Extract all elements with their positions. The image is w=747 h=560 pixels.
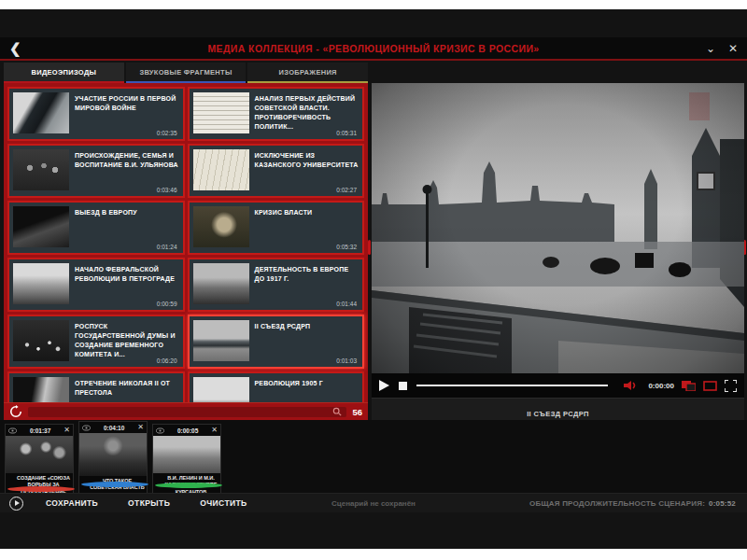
- progress-bar[interactable]: [416, 385, 608, 386]
- episode-thumbnail: [193, 149, 249, 190]
- episode-thumbnail: [193, 206, 249, 247]
- scenario-toolbar: СОХРАНИТЬ ОТКРЫТЬ ОЧИСТИТЬ Сценарий не с…: [0, 493, 747, 512]
- episode-duration: 0:01:24: [157, 244, 177, 250]
- widescreen-icon[interactable]: [703, 381, 717, 391]
- video-caption: II СЪЕЗД РСДРП: [527, 410, 589, 418]
- player-time: 0:00:00: [648, 382, 674, 390]
- player-controls: 0:00:00: [372, 373, 744, 398]
- play-icon: [15, 500, 20, 506]
- clip-thumbnail: [153, 436, 220, 473]
- fullscreen-icon[interactable]: [725, 380, 737, 392]
- episode-duration: 0:01:44: [336, 301, 357, 307]
- episode-duration: 0:01:03: [336, 357, 357, 364]
- tab-video-episodes[interactable]: ВИДЕОЭПИЗОДЫ: [4, 63, 124, 83]
- tab-audio-fragments[interactable]: ЗВУКОВЫЕ ФРАГМЕНТЫ: [126, 63, 247, 83]
- scenario-clip[interactable]: 0:00:05 ✕ В.И. ЛЕНИН И М.И. КАЛИНИН В ГР…: [152, 424, 221, 498]
- play-icon[interactable]: [379, 380, 389, 391]
- episode-thumbnail: [13, 149, 69, 190]
- chevron-down-icon[interactable]: ⌄: [706, 43, 715, 54]
- episode-duration: 0:02:27: [336, 187, 357, 193]
- total-duration-value: 0:05:52: [709, 499, 736, 508]
- stop-icon[interactable]: [399, 382, 407, 390]
- video-vignette: [372, 83, 744, 373]
- clip-duration: 0:04:10: [93, 425, 134, 431]
- episode-title: КРИЗИС ВЛАСТИ: [255, 206, 313, 249]
- clear-button[interactable]: ОЧИСТИТЬ: [200, 498, 247, 508]
- episode-thumbnail: [193, 92, 249, 133]
- tab-images[interactable]: ИЗОБРАЖЕНИЯ: [247, 63, 368, 83]
- preview-eye-icon[interactable]: [82, 425, 91, 431]
- play-scenario-button[interactable]: [9, 497, 23, 511]
- list-scrollbar[interactable]: [368, 240, 371, 255]
- episode-card[interactable]: АНАЛИЗ ПЕРВЫХ ДЕЙСТВИЙ СОВЕТСКОЙ ВЛАСТИ.…: [188, 87, 365, 141]
- clip-marker: [7, 486, 75, 492]
- episode-card[interactable]: ДЕЯТЕЛЬНОСТЬ В ЕВРОПЕ ДО 1917 Г. 0:01:44: [188, 258, 365, 312]
- episode-duration: 0:05:31: [336, 130, 357, 136]
- clip-duration: 0:01:37: [20, 427, 61, 434]
- episode-duration: 0:05:32: [336, 244, 357, 250]
- clip-thumbnail: [79, 433, 147, 476]
- total-duration: ОБЩАЯ ПРОДОЛЖИТЕЛЬНОСТЬ СЦЕНАРИЯ:0:05:52: [529, 499, 736, 508]
- episode-card[interactable]: НАЧАЛО ФЕВРАЛЬСКОЙ РЕВОЛЮЦИИ В ПЕТРОГРАД…: [7, 258, 185, 312]
- video-player: 0:00:00 II СЪЕЗД РСДРП: [372, 83, 744, 429]
- episode-duration: 0:02:35: [157, 130, 177, 136]
- episode-title: II СЪЕЗД РСДРП: [255, 320, 311, 363]
- scenario-clip[interactable]: 0:04:10 ✕ ЧТО ТАКОЕ СОВЕТСКАЯ ВЛАСТЬ: [78, 421, 148, 495]
- list-footer: 56: [4, 402, 368, 420]
- episode-duration: 0:03:46: [157, 187, 177, 193]
- episode-card[interactable]: КРИЗИС ВЛАСТИ 0:05:32: [188, 201, 365, 255]
- close-icon[interactable]: ✕: [728, 43, 738, 54]
- episode-card[interactable]: ИСКЛЮЧЕНИЕ ИЗ КАЗАНСКОГО УНИВЕРСИТЕТА 0:…: [188, 144, 365, 198]
- episode-card[interactable]: ВЫЕЗД В ЕВРОПУ 0:01:24: [7, 201, 185, 255]
- episode-duration: 0:06:20: [157, 357, 177, 364]
- volume-icon[interactable]: [624, 381, 639, 390]
- episode-title: ВЫЕЗД В ЕВРОПУ: [75, 206, 137, 249]
- episode-grid: УЧАСТИЕ РОССИИ В ПЕРВОЙ МИРОВОЙ ВОЙНЕ 0:…: [4, 83, 368, 420]
- results-count: 56: [352, 407, 362, 417]
- remove-clip-icon[interactable]: ✕: [211, 427, 218, 434]
- episode-list-panel: УЧАСТИЕ РОССИИ В ПЕРВОЙ МИРОВОЙ ВОЙНЕ 0:…: [4, 83, 368, 420]
- episode-thumbnail: [13, 263, 69, 304]
- episode-thumbnail: [13, 206, 69, 247]
- episode-thumbnail: [193, 320, 249, 361]
- preview-eye-icon[interactable]: [156, 427, 164, 434]
- video-frame[interactable]: [372, 83, 744, 373]
- total-duration-label: ОБЩАЯ ПРОДОЛЖИТЕЛЬНОСТЬ СЦЕНАРИЯ:: [529, 499, 705, 508]
- episode-thumbnail: [13, 92, 69, 133]
- clip-thumbnail: [6, 436, 73, 473]
- episode-thumbnail: [13, 320, 69, 361]
- remove-clip-icon[interactable]: ✕: [63, 427, 70, 434]
- clip-duration: 0:00:05: [167, 427, 208, 434]
- search-input[interactable]: [28, 407, 346, 417]
- episode-card[interactable]: РОСПУСК ГОСУДАРСТВЕННОЙ ДУМЫ И СОЗДАНИЕ …: [7, 315, 185, 369]
- save-button[interactable]: СОХРАНИТЬ: [46, 498, 98, 508]
- episode-card[interactable]: ПРОИСХОЖДЕНИЕ, СЕМЬЯ И ВОСПИТАНИЕ В.И. У…: [7, 144, 185, 198]
- tab-bar: ВИДЕОЭПИЗОДЫ ЗВУКОВЫЕ ФРАГМЕНТЫ ИЗОБРАЖЕ…: [4, 63, 368, 83]
- search-icon[interactable]: [332, 407, 342, 416]
- remove-clip-icon[interactable]: ✕: [137, 424, 144, 431]
- back-chevron-icon[interactable]: ❮: [9, 41, 21, 55]
- title-bar: ❮ МЕДИА КОЛЛЕКЦИЯ - «РЕВОЛЮЦИОННЫЙ КРИЗИ…: [0, 37, 747, 61]
- episode-card[interactable]: УЧАСТИЕ РОССИИ В ПЕРВОЙ МИРОВОЙ ВОЙНЕ 0:…: [7, 87, 185, 141]
- refresh-icon[interactable]: [9, 405, 22, 418]
- open-button[interactable]: ОТКРЫТЬ: [128, 498, 170, 508]
- scenario-status: Сценарий не сохранён: [331, 499, 416, 508]
- screen-mode-icon[interactable]: [682, 381, 696, 391]
- episode-thumbnail: [193, 263, 249, 304]
- app-window: ❮ МЕДИА КОЛЛЕКЦИЯ - «РЕВОЛЮЦИОННЫЙ КРИЗИ…: [0, 9, 747, 549]
- episode-duration: 0:00:59: [157, 301, 177, 307]
- scenario-strip: 0:01:37 ✕ СОЗДАНИЕ «СОЮЗА БОРЬБЫ ЗА ОСВО…: [0, 420, 747, 493]
- episode-card-selected[interactable]: II СЪЕЗД РСДРП 0:01:03: [188, 315, 365, 369]
- page-title: МЕДИА КОЛЛЕКЦИЯ - «РЕВОЛЮЦИОННЫЙ КРИЗИС …: [0, 43, 747, 54]
- preview-eye-icon[interactable]: [8, 427, 17, 434]
